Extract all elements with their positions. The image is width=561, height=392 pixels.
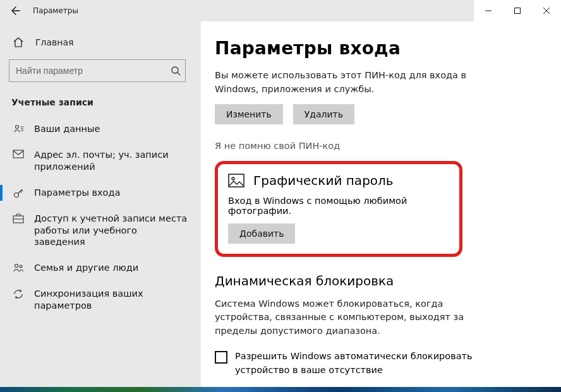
content-pane: Параметры входа Вы можете использовать э… bbox=[201, 21, 561, 387]
sidebar-item-work-access[interactable]: Доступ к учетной записи места работы или… bbox=[9, 206, 192, 256]
minimize-icon bbox=[485, 8, 492, 14]
dynamic-lock-desc: Система Windows может блокироваться, ког… bbox=[215, 297, 493, 338]
sidebar-item-label: Доступ к учетной записи места работы или… bbox=[34, 213, 190, 249]
window-title: Параметры bbox=[27, 6, 78, 15]
sidebar-item-label: Адрес эл. почты; уч. записи приложений bbox=[34, 149, 190, 173]
home-icon bbox=[13, 37, 27, 48]
change-pin-button[interactable]: Изменить bbox=[215, 104, 283, 124]
search-input[interactable] bbox=[9, 59, 186, 82]
user-icon bbox=[11, 123, 25, 135]
sidebar-item-signin-options[interactable]: Параметры входа bbox=[9, 180, 192, 206]
svg-point-11 bbox=[232, 177, 234, 180]
dynamic-lock-checkbox-row: Разрешить Windows автоматически блокиров… bbox=[215, 350, 505, 377]
taskbar-strip bbox=[0, 387, 561, 392]
forgot-pin-link[interactable]: Я не помню свой ПИН-код bbox=[215, 141, 536, 151]
close-icon bbox=[543, 8, 550, 14]
svg-point-4 bbox=[16, 126, 19, 129]
close-button[interactable] bbox=[532, 0, 561, 21]
sidebar-item-label: Семья и другие люди bbox=[34, 262, 138, 274]
titlebar: Параметры bbox=[0, 0, 561, 21]
key-icon bbox=[11, 187, 25, 199]
sidebar-item-your-info[interactable]: Ваши данные bbox=[9, 116, 192, 142]
sidebar-item-family[interactable]: Семья и другие люди bbox=[9, 255, 192, 281]
dynamic-lock-checkbox-label: Разрешить Windows автоматически блокиров… bbox=[235, 350, 505, 377]
dynamic-lock-checkbox[interactable] bbox=[215, 351, 227, 364]
svg-point-9 bbox=[20, 265, 22, 268]
svg-point-6 bbox=[15, 193, 19, 197]
people-icon bbox=[11, 262, 25, 273]
pin-description: Вы можете использовать этот ПИН-код для … bbox=[215, 69, 493, 97]
search-icon bbox=[171, 66, 181, 76]
sidebar-item-sync[interactable]: Синхронизация ваших параметров bbox=[9, 281, 192, 319]
svg-point-2 bbox=[172, 67, 178, 73]
back-button[interactable] bbox=[5, 0, 27, 21]
picture-password-desc: Вход в Windows с помощью любимой фотогра… bbox=[228, 196, 448, 216]
picture-icon bbox=[228, 174, 244, 187]
maximize-button[interactable] bbox=[503, 0, 532, 21]
window-controls bbox=[474, 0, 561, 21]
svg-line-3 bbox=[178, 73, 180, 75]
sidebar-home-label: Главная bbox=[35, 37, 73, 47]
svg-rect-5 bbox=[13, 150, 23, 158]
briefcase-icon bbox=[11, 213, 25, 223]
minimize-button[interactable] bbox=[474, 0, 503, 21]
sidebar-section-title: Учетные записи bbox=[9, 95, 192, 116]
page-title: Параметры входа bbox=[215, 38, 536, 59]
dynamic-lock-heading: Динамическая блокировка bbox=[215, 273, 536, 288]
svg-point-8 bbox=[15, 264, 18, 268]
back-arrow-icon bbox=[11, 6, 21, 16]
sidebar-item-label: Синхронизация ваших параметров bbox=[34, 288, 190, 312]
sidebar-item-label: Параметры входа bbox=[34, 187, 120, 199]
sidebar-item-email-accounts[interactable]: Адрес эл. почты; уч. записи приложений bbox=[9, 142, 192, 180]
pin-buttons: Изменить Удалить bbox=[215, 104, 536, 124]
picture-password-section: Графический пароль Вход в Windows с помо… bbox=[215, 161, 462, 257]
sidebar-home[interactable]: Главная bbox=[9, 33, 192, 56]
sidebar: Главная Учетные записи Ваши данные Адрес… bbox=[0, 21, 201, 387]
svg-rect-1 bbox=[515, 8, 521, 14]
search-wrap bbox=[9, 59, 192, 82]
sync-icon bbox=[11, 288, 25, 300]
picture-password-heading: Графический пароль bbox=[253, 173, 394, 188]
sidebar-item-label: Ваши данные bbox=[34, 123, 100, 135]
svg-rect-10 bbox=[229, 174, 244, 187]
mail-icon bbox=[11, 149, 25, 158]
add-picture-password-button[interactable]: Добавить bbox=[228, 223, 295, 244]
maximize-icon bbox=[514, 8, 521, 14]
delete-pin-button[interactable]: Удалить bbox=[293, 104, 354, 124]
